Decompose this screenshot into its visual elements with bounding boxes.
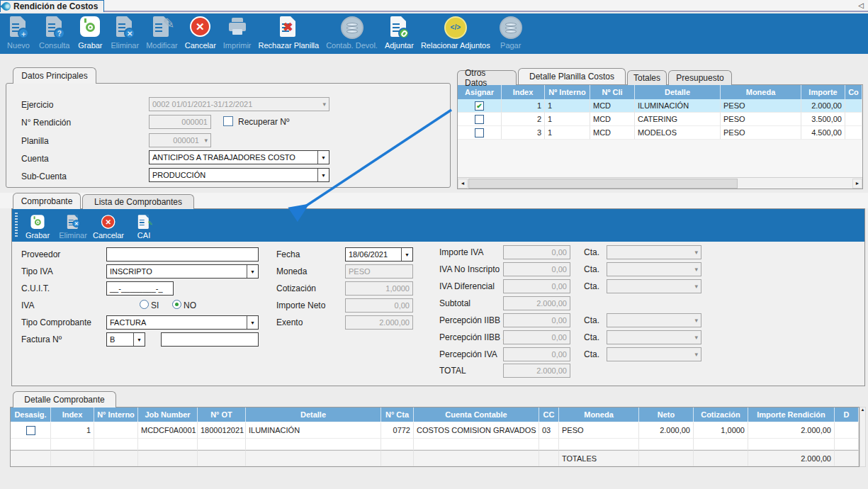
column-header[interactable]: Cuenta Contable	[414, 408, 539, 422]
eliminar-button[interactable]: ✕ Eliminar	[107, 15, 142, 50]
column-header[interactable]: Nº Interno	[545, 85, 590, 99]
scroll-left-icon[interactable]: ◄	[458, 179, 468, 189]
column-header[interactable]: Nº Cli	[590, 85, 635, 99]
cta-label: Cta.	[584, 349, 599, 359]
tab-detalle-planilla-costos[interactable]: Detalle Planilla Costos	[518, 68, 626, 84]
factura-numero-input[interactable]	[161, 332, 259, 347]
pagar-button[interactable]: Pagar	[494, 15, 528, 50]
tab-presupuesto[interactable]: Presupuesto	[668, 70, 732, 85]
modificar-button[interactable]: ✎ Modificar	[142, 15, 181, 50]
cuenta-select[interactable]: ANTICIPOS A TRABAJADORES COSTO ▼	[149, 150, 329, 164]
column-header[interactable]: Detalle	[635, 85, 721, 99]
comprobante-cai-button[interactable]: ✎ CAI	[128, 211, 159, 240]
fecha-select[interactable]: 18/06/2021 ▼	[345, 247, 413, 262]
chevron-down-icon[interactable]: ▼	[317, 151, 329, 164]
factura-serie-select[interactable]: B ▼	[106, 332, 145, 347]
cancelar-button[interactable]: ✕ Cancelar	[181, 15, 220, 50]
relacionar-adjuntos-button[interactable]: </> Relacionar Adjuntos	[417, 15, 494, 50]
grabar-button[interactable]: Grabar	[73, 15, 107, 50]
iva-si-radio[interactable]	[140, 300, 149, 309]
planilla-grid-hscrollbar[interactable]: ◄ ►	[458, 177, 862, 189]
nuevo-button[interactable]: ＋ Nuevo	[1, 15, 35, 50]
subcuenta-select[interactable]: PRODUCCIÓN ▼	[149, 168, 329, 182]
proveedor-input[interactable]	[106, 247, 259, 262]
chevron-down-icon[interactable]: ▼	[133, 333, 145, 346]
iva-no-inscripto-label: IVA No Inscripto	[439, 264, 500, 274]
cell: MCD	[590, 113, 635, 126]
column-header[interactable]: Detalle	[246, 408, 381, 422]
percepcion-iibb-cta-select[interactable]: ▾	[607, 313, 701, 327]
column-header[interactable]: N° Cta	[381, 408, 414, 422]
percepcion-iibb2-cta-select[interactable]: ▾	[607, 330, 701, 344]
column-header[interactable]: Co	[845, 85, 862, 99]
tab-totales[interactable]: Totales	[627, 70, 667, 85]
column-header[interactable]: N° Interno	[94, 408, 138, 422]
chevron-down-icon[interactable]: ▼	[247, 265, 258, 278]
cell	[246, 439, 381, 450]
percepcion-iva-field: 0,00	[503, 347, 570, 361]
column-header[interactable]: Moneda	[721, 85, 801, 99]
scroll-up-icon[interactable]: ▲	[861, 408, 865, 412]
percepcion-iva-cta-select[interactable]: ▾	[607, 347, 701, 361]
pay-coins-icon	[499, 15, 523, 40]
recuperar-checkbox[interactable]	[223, 116, 233, 126]
percepcion-iibb2-field: 0,00	[503, 330, 570, 344]
iva-diferencial-cta-select[interactable]: ▾	[607, 279, 701, 293]
adjuntar-button[interactable]: Adjuntar	[381, 15, 417, 50]
column-header[interactable]: CC	[539, 408, 559, 422]
chevron-down-icon[interactable]: ▼	[247, 316, 258, 329]
iva-no-inscripto-cta-select[interactable]: ▾	[607, 262, 701, 276]
rendicion-field[interactable]: 000001	[149, 115, 211, 129]
tab-detalle-comprobante[interactable]: Detalle Comprobante	[13, 391, 116, 408]
desasignar-checkbox[interactable]	[26, 426, 35, 435]
tipo-iva-select[interactable]: INSCRIPTO ▼	[106, 264, 259, 279]
cell: 2.000,00	[801, 99, 845, 113]
iva-no-radio[interactable]	[172, 300, 181, 309]
consulta-button[interactable]: ? Consulta	[35, 15, 73, 50]
detalle-grid-vscrollbar[interactable]: ▲	[859, 407, 866, 467]
tab-datos-principales[interactable]: Datos Principales	[13, 67, 96, 84]
importe-iva-cta-select[interactable]: ▾	[607, 245, 701, 259]
column-header[interactable]: Moneda	[559, 408, 639, 422]
column-header[interactable]: Job Number	[138, 408, 198, 422]
chevron-down-icon[interactable]: ▼	[317, 169, 329, 181]
tab-otros-datos[interactable]: Otros Datos	[457, 70, 517, 85]
column-header[interactable]: Index	[51, 408, 94, 422]
column-header[interactable]: D	[835, 408, 859, 422]
column-header[interactable]: Desasig.	[11, 408, 51, 422]
ejercicio-select[interactable]: 0002 01/01/2021-31/12/2021 ▾	[149, 97, 329, 111]
cell	[414, 450, 539, 466]
recuperar-label: Recuperar Nº	[238, 117, 289, 127]
factura-label: Factura Nº	[21, 335, 62, 344]
cuit-input[interactable]: __-________-_	[106, 281, 174, 296]
asignar-checkbox[interactable]: ✔	[475, 101, 484, 111]
window-tab[interactable]: Rendición de Costos	[0, 0, 104, 12]
toolbar-grip[interactable]	[15, 213, 18, 237]
tab-comprobante[interactable]: Comprobante	[13, 193, 81, 209]
cell: 03	[539, 422, 559, 439]
tab-scroll-left-icon[interactable]: ◁	[858, 1, 864, 9]
column-header[interactable]: Cotización	[694, 408, 748, 422]
comprobante-grabar-button[interactable]: Grabar	[22, 211, 53, 240]
planilla-select[interactable]: 000001 ▾	[149, 133, 211, 147]
comprobante-cancelar-button[interactable]: ✕ Cancelar	[93, 211, 124, 240]
contab-devol-button[interactable]: Contab. Devol.	[322, 15, 381, 50]
save-icon	[78, 15, 102, 40]
column-header[interactable]: Importe Rendición	[748, 408, 835, 422]
cell: COSTOS COMISION GRAVADOS	[414, 422, 539, 439]
tipo-comprobante-select[interactable]: FACTURA ▼	[106, 315, 259, 330]
column-header[interactable]: Importe	[801, 85, 845, 99]
rechazar-planilla-button[interactable]: ✖ Rechazar Planilla	[255, 15, 323, 50]
asignar-checkbox[interactable]	[475, 128, 484, 137]
column-header[interactable]: Neto	[639, 408, 694, 422]
chevron-down-icon[interactable]: ▼	[401, 248, 412, 261]
asignar-checkbox[interactable]	[475, 115, 484, 124]
percepcion-iva-label: Percepción IVA	[439, 349, 497, 359]
tab-lista-comprobantes[interactable]: Lista de Comprobantes	[82, 194, 194, 209]
cotizacion-label: Cotización	[276, 283, 316, 293]
scrollbar-thumb[interactable]	[468, 179, 738, 189]
scroll-right-icon[interactable]: ►	[852, 179, 862, 189]
comprobante-eliminar-button[interactable]: ✕ Eliminar	[57, 211, 89, 240]
imprimir-button[interactable]: Imprimir	[220, 15, 255, 50]
column-header[interactable]: N° OT	[198, 408, 246, 422]
